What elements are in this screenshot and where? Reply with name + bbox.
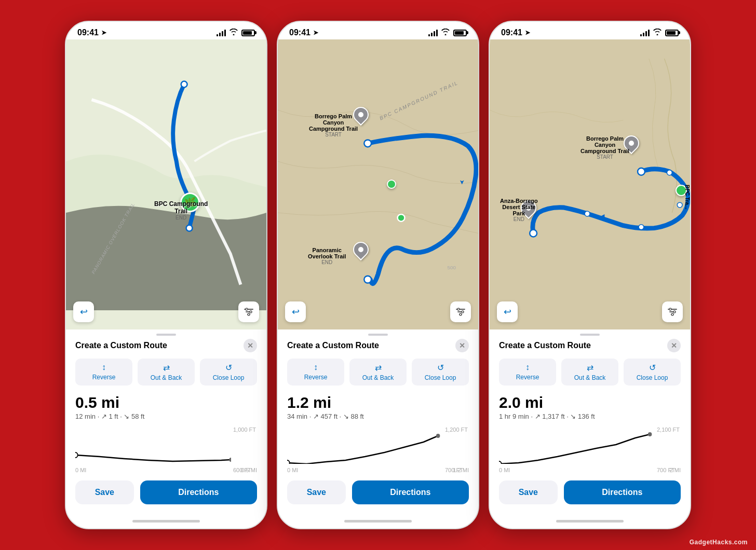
svg-point-28 (585, 211, 590, 216)
reverse-label-1: Reverse (92, 374, 116, 381)
out-back-btn-3[interactable]: ⇄ Out & Back (561, 359, 618, 386)
signal-icon-1 (217, 30, 226, 36)
action-buttons-1: ↕ Reverse ⇄ Out & Back ↺ Close Loop (75, 359, 257, 386)
svg-point-32 (499, 461, 502, 464)
home-indicator-3 (490, 514, 690, 528)
status-icons-1 (217, 29, 255, 37)
out-back-btn-2[interactable]: ⇄ Out & Back (349, 359, 407, 386)
reverse-btn-1[interactable]: ↕ Reverse (75, 359, 132, 386)
close-loop-btn-3[interactable]: ↺ Close Loop (624, 359, 681, 386)
wifi-icon-3 (653, 29, 662, 37)
directions-button-1[interactable]: Directions (140, 480, 257, 504)
action-buttons-2: ↕ Reverse ⇄ Out & Back ↺ Close Loop (287, 359, 469, 386)
map-1: PANORAMIC OVERLOOK TRAIL 🌿 BPC Campgroun… (66, 39, 266, 329)
svg-point-2 (181, 81, 187, 88)
svg-point-15 (364, 276, 371, 283)
svg-point-18 (460, 313, 462, 315)
svg-point-30 (673, 311, 676, 313)
close-button-1[interactable]: ✕ (244, 339, 257, 352)
out-back-label-2: Out & Back (362, 374, 394, 381)
svg-text:➤: ➤ (458, 180, 466, 185)
status-bar-2: 09:41 ➤ (278, 22, 478, 39)
home-indicator-1 (66, 514, 266, 528)
bottom-actions-3: Save Directions (499, 480, 681, 504)
close-loop-btn-1[interactable]: ↺ Close Loop (200, 359, 257, 386)
save-button-3[interactable]: Save (499, 480, 558, 504)
status-icons-2 (428, 29, 467, 37)
directions-button-3[interactable]: Directions (564, 480, 681, 504)
svg-rect-21 (490, 59, 690, 310)
close-button-3[interactable]: ✕ (667, 339, 681, 352)
bottom-sheet-2: Create a Custom Route ✕ ↕ Reverse ⇄ Out … (278, 329, 478, 514)
bottom-actions-2: Save Directions (287, 480, 469, 504)
location-arrow-1: ➤ (101, 29, 106, 36)
location-arrow-3: ➤ (525, 29, 530, 36)
reverse-btn-3[interactable]: ↕ Reverse (499, 359, 556, 386)
svg-point-33 (648, 432, 652, 436)
svg-point-6 (248, 313, 250, 315)
svg-point-7 (75, 452, 78, 458)
time-display-2: 09:41 (289, 28, 310, 37)
elev-top-1: 1,000 FT (233, 427, 256, 433)
elev-top-3: 2,100 FT (657, 427, 680, 433)
svg-point-16 (457, 308, 460, 310)
reverse-icon-3: ↕ (525, 363, 530, 372)
status-bar-1: 09:41 ➤ (66, 22, 266, 39)
save-button-1[interactable]: Save (75, 480, 134, 504)
svg-text:◀: ◀ (600, 213, 605, 219)
back-button-1[interactable]: ↩ (73, 301, 94, 322)
directions-button-2[interactable]: Directions (352, 480, 469, 504)
wifi-icon-2 (441, 29, 450, 37)
sheet-header-2: Create a Custom Route ✕ (287, 339, 469, 352)
signal-icon-3 (640, 30, 650, 36)
reverse-btn-2[interactable]: ↕ Reverse (287, 359, 344, 386)
elev-labels-right-2: 1,200 FT 700 FT (445, 427, 468, 473)
bottom-sheet-3: Create a Custom Route ✕ ↕ Reverse ⇄ Out … (490, 329, 690, 514)
reverse-icon-1: ↕ (102, 363, 106, 372)
close-loop-label-2: Close Loop (425, 374, 456, 381)
svg-point-17 (462, 311, 464, 313)
reverse-label-2: Reverse (304, 374, 328, 381)
elev-labels-bottom-2: 0 MI 1.2 MI (287, 467, 469, 473)
back-button-3[interactable]: ↩ (497, 301, 518, 322)
elev-labels-bottom-1: 0 MI 0.5 MI (75, 467, 257, 473)
svg-point-19 (287, 460, 290, 464)
route-details-3: 1 hr 9 min · ↗ 1,317 ft · ↘ 136 ft (499, 412, 681, 420)
details-text-1: 12 min · ↗ 1 ft · ↘ 58 ft (75, 412, 144, 420)
save-button-2[interactable]: Save (287, 480, 346, 504)
svg-point-26 (677, 202, 682, 208)
close-button-2[interactable]: ✕ (455, 339, 469, 352)
back-button-2[interactable]: ↩ (285, 301, 306, 322)
out-back-btn-1[interactable]: ⇄ Out & Back (138, 359, 195, 386)
out-back-label-3: Out & Back (574, 374, 606, 381)
close-loop-label-3: Close Loop (637, 374, 668, 381)
bottom-actions-1: Save Directions (75, 480, 257, 504)
x-start-2: 0 MI (287, 467, 298, 473)
location-arrow-2: ➤ (313, 29, 318, 36)
filter-button-2[interactable] (450, 301, 471, 322)
svg-point-24 (530, 230, 537, 237)
action-buttons-3: ↕ Reverse ⇄ Out & Back ↺ Close Loop (499, 359, 681, 386)
time-1: 09:41 ➤ (77, 28, 106, 37)
x-start-1: 0 MI (75, 467, 86, 473)
battery-icon-3 (665, 30, 679, 36)
elevation-chart-3: 2,100 FT 700 FT 0 MI 2 MI (499, 427, 681, 473)
elevation-chart-1: 1,000 FT 600 FT 0 MI 0.5 MI (75, 427, 257, 473)
svg-point-27 (639, 225, 644, 230)
sheet-header-1: Create a Custom Route ✕ (75, 339, 257, 352)
status-bar-3: 09:41 ➤ (490, 22, 690, 39)
sheet-handle-2 (287, 329, 469, 339)
route-distance-1: 0.5 mi (75, 394, 257, 411)
reverse-label-3: Reverse (516, 374, 539, 381)
svg-point-3 (186, 225, 193, 231)
svg-point-5 (250, 311, 252, 313)
sheet-handle-1 (75, 329, 257, 339)
sheet-title-2: Create a Custom Route (287, 341, 379, 350)
close-loop-btn-2[interactable]: ↺ Close Loop (412, 359, 469, 386)
filter-button-1[interactable] (238, 301, 259, 322)
filter-button-3[interactable] (662, 301, 683, 322)
details-text-3: 1 hr 9 min · ↗ 1,317 ft · ↘ 136 ft (499, 412, 595, 420)
phone-1: 09:41 ➤ (65, 21, 267, 529)
phone-3: 09:41 ➤ (489, 21, 691, 529)
elev-labels-bottom-3: 0 MI 2 MI (499, 467, 681, 473)
